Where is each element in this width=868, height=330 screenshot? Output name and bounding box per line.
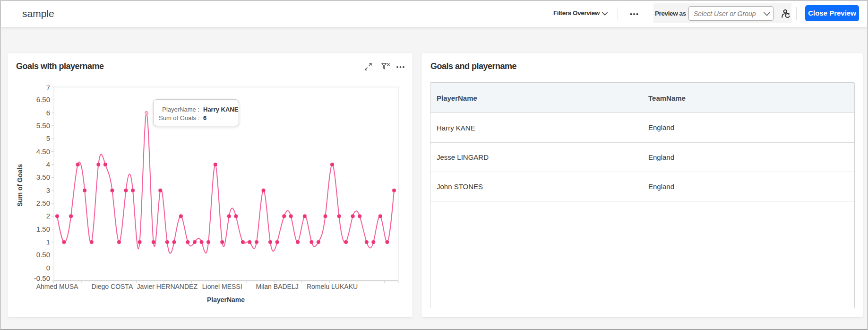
svg-text:Javier HERNANDEZ: Javier HERNANDEZ — [137, 283, 198, 290]
svg-text:3: 3 — [46, 186, 50, 194]
svg-text:2: 2 — [46, 212, 50, 220]
svg-text:2.50: 2.50 — [36, 199, 50, 207]
svg-text:6.50: 6.50 — [36, 96, 50, 104]
svg-text:3.50: 3.50 — [36, 173, 50, 181]
svg-text:Romelu LUKAKU: Romelu LUKAKU — [307, 283, 358, 290]
svg-text:-0.50: -0.50 — [34, 274, 50, 282]
svg-text:PlayerName: PlayerName — [207, 296, 245, 304]
svg-text:5.50: 5.50 — [36, 122, 50, 130]
svg-text:7: 7 — [46, 84, 50, 92]
svg-text:0.50: 0.50 — [36, 251, 50, 259]
svg-text:Sum of Goals: Sum of Goals — [16, 164, 24, 207]
svg-text:0: 0 — [46, 264, 50, 272]
svg-text:Lionel MESSI: Lionel MESSI — [202, 283, 242, 290]
svg-text:5: 5 — [46, 134, 50, 142]
svg-text:6: 6 — [46, 109, 50, 117]
svg-text:4: 4 — [46, 160, 50, 168]
svg-text:4.50: 4.50 — [36, 148, 50, 156]
svg-text:Diego COSTA: Diego COSTA — [92, 283, 133, 290]
svg-text:Milan BADELJ: Milan BADELJ — [256, 283, 298, 290]
svg-text:1.50: 1.50 — [36, 225, 50, 233]
svg-text:Ahmed MUSA: Ahmed MUSA — [36, 283, 78, 290]
svg-text:1: 1 — [46, 238, 50, 246]
